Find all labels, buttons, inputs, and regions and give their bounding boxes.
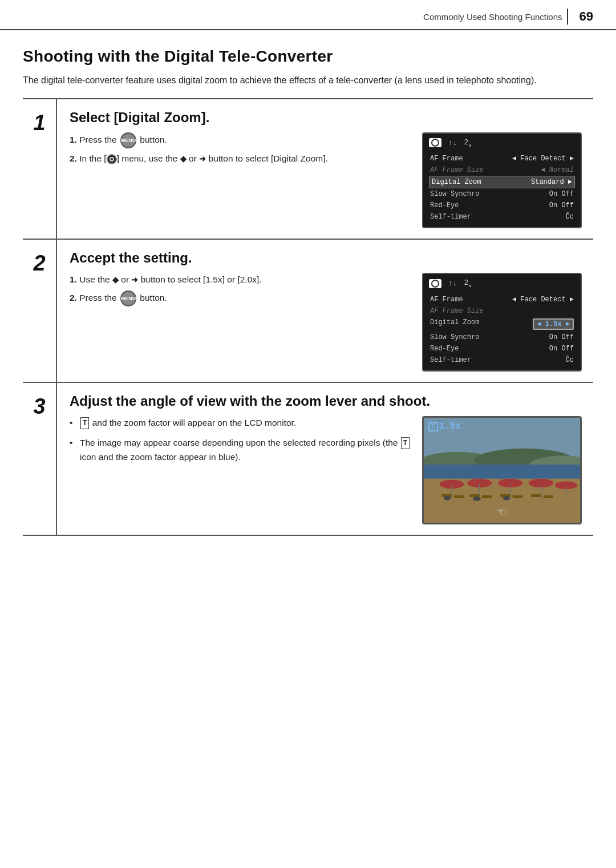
step-1: 1 Select [Digital Zoom]. 1. Press the ME…: [23, 98, 593, 239]
step-2-number-col: 2: [23, 240, 57, 382]
section-label: Commonly Used Shooting Functions: [423, 12, 562, 22]
menu-row-red-eye-1: Red-Eye On Off: [429, 200, 575, 211]
menu-button-icon-1: MENU: [120, 132, 136, 148]
step-2-title: Accept the setting.: [70, 250, 582, 266]
step-3-body: T and the zoom factor will appear on the…: [70, 416, 582, 524]
step-3-title: Adjust the angle of view with the zoom l…: [70, 393, 582, 409]
shutter-hand-icon: ☜: [496, 504, 508, 519]
menu-row-self-timer-1: Self-timer Čc: [429, 211, 575, 223]
t-box-display: T: [428, 422, 438, 431]
menu-top-icons-1: ↑↓ 2a: [429, 138, 575, 150]
step-3-number: 3: [33, 395, 45, 417]
step-1-number: 1: [33, 112, 45, 134]
t-icon-2: T: [401, 437, 410, 449]
step-2-body: 1. Use the ◆ or ➜ button to select [1.5x…: [70, 273, 582, 372]
menu-row-af-frame-2: AF Frame ◄ Face Detect ►: [429, 294, 575, 305]
step-2-menu-screenshot: ↑↓ 2a AF Frame ◄ Face Detect ► AF Frame …: [422, 273, 582, 372]
zoom-display-label: T1.5x: [428, 421, 461, 431]
step-1-title: Select [Digital Zoom].: [70, 110, 582, 126]
menu-person-tab-2: 2a: [464, 278, 472, 288]
menu-button-icon-2: MENU: [120, 290, 136, 306]
camera-lcd-display: T1.5x: [422, 416, 582, 524]
menu-top-icons-2: ↑↓ 2a: [429, 278, 575, 290]
step-3-content: Adjust the angle of view with the zoom l…: [57, 383, 593, 535]
menu-row-slow-synchro-1: Slow Synchro On Off: [429, 188, 575, 200]
step-3-bullet-list: T and the zoom factor will appear on the…: [70, 416, 411, 464]
step-3-text: T and the zoom factor will appear on the…: [70, 416, 411, 470]
step-1-text: 1. Press the MENU button. 2. In the [] m…: [70, 132, 411, 169]
page-container: Commonly Used Shooting Functions 69 Shoo…: [0, 0, 616, 868]
camera-mode-icon: [107, 154, 117, 164]
step-2-instruction-1: 1. Use the ◆ or ➜ button to select [1.5x…: [70, 273, 411, 287]
step-2-number: 2: [33, 252, 45, 274]
step-1-number-col: 1: [23, 99, 57, 239]
page-header: Commonly Used Shooting Functions 69: [0, 0, 616, 30]
step-1-instruction-2: 2. In the [] menu, use the ◆ or ➜ button…: [70, 152, 411, 166]
menu-camera-tab: [429, 138, 441, 147]
step-2-text: 1. Use the ◆ or ➜ button to select [1.5x…: [70, 273, 411, 310]
step-2: 2 Accept the setting. 1. Use the ◆ or ➜ …: [23, 239, 593, 382]
step-3-image: T1.5x: [422, 416, 582, 524]
step-1-instruction-1: 1. Press the MENU button.: [70, 132, 411, 148]
menu-row-digital-zoom-2: Digital Zoom ◄ 1.5x ►: [429, 317, 575, 332]
step-1-content: Select [Digital Zoom]. 1. Press the MENU…: [57, 99, 593, 239]
menu-row-red-eye-2: Red-Eye On Off: [429, 343, 575, 354]
step-1-image: ↑↓ 2a AF Frame ◄ Face Detect ► AF Frame …: [422, 132, 582, 229]
menu-camera-tab-2: [429, 279, 441, 288]
menu-row-slow-synchro-2: Slow Synchro On Off: [429, 332, 575, 343]
zoom-value-selected: ◄ 1.5x ►: [533, 318, 574, 330]
menu-settings-tab: ↑↓: [448, 139, 457, 147]
intro-text: The digital tele-converter feature uses …: [23, 74, 593, 88]
page-number: 69: [579, 9, 593, 24]
step-2-image: ↑↓ 2a AF Frame ◄ Face Detect ► AF Frame …: [422, 273, 582, 372]
step-3-number-col: 3: [23, 383, 57, 535]
menu-row-af-size-1: AF Frame Size ◄ Normal: [429, 164, 575, 176]
menu-row-digital-zoom-1: Digital Zoom Standard ►: [429, 176, 575, 188]
bottom-divider: [23, 535, 593, 536]
step-3: 3 Adjust the angle of view with the zoom…: [23, 382, 593, 535]
t-icon-1: T: [80, 417, 89, 429]
menu-row-af-size-2: AF Frame Size: [429, 305, 575, 317]
step-2-instruction-2: 2. Press the MENU button.: [70, 290, 411, 306]
step-1-body: 1. Press the MENU button. 2. In the [] m…: [70, 132, 582, 229]
main-content: Shooting with the Digital Tele-Converter…: [0, 30, 616, 559]
step-3-bullet-1: T and the zoom factor will appear on the…: [70, 416, 411, 430]
header-divider: [567, 9, 568, 25]
menu-row-self-timer-2: Self-timer Čc: [429, 354, 575, 366]
menu-person-tab: 2a: [464, 138, 472, 148]
page-title: Shooting with the Digital Tele-Converter: [23, 47, 593, 66]
menu-settings-tab-2: ↑↓: [448, 279, 457, 288]
menu-row-af-frame-1: AF Frame ◄ Face Detect ►: [429, 153, 575, 164]
step-1-menu-screenshot: ↑↓ 2a AF Frame ◄ Face Detect ► AF Frame …: [422, 132, 582, 229]
step-2-content: Accept the setting. 1. Use the ◆ or ➜ bu…: [57, 240, 593, 382]
step-3-bullet-2: The image may appear coarse depending up…: [70, 436, 411, 465]
